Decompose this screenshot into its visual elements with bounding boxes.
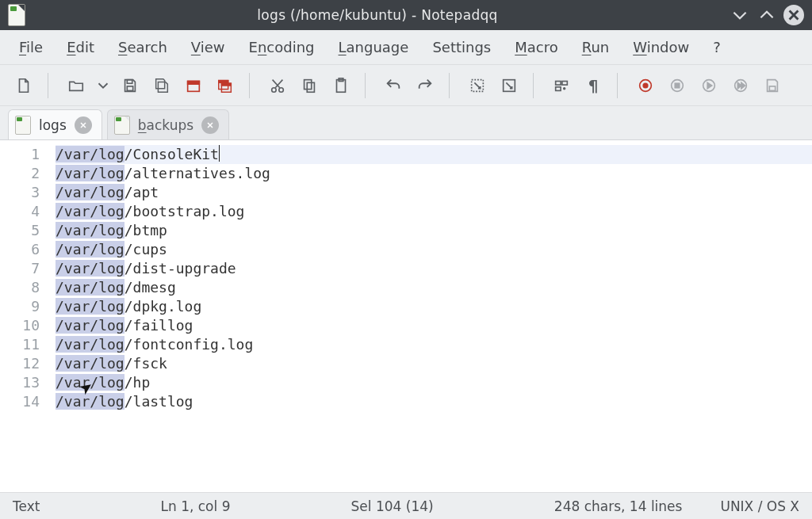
undo-button[interactable] — [377, 70, 409, 101]
menu-edit[interactable]: Edit — [67, 39, 94, 55]
open-recent-button[interactable] — [92, 70, 114, 101]
toolbar: ¶ — [0, 65, 812, 106]
close-window-button[interactable] — [783, 5, 804, 25]
show-symbols-button[interactable]: ¶ — [577, 70, 609, 101]
code-line[interactable]: /var/log/fontconfig.log — [56, 335, 812, 354]
separator — [533, 73, 541, 98]
window-title: logs (/home/kubuntu) - Notepadqq — [32, 7, 723, 23]
new-file-button[interactable] — [8, 70, 40, 101]
menu-language[interactable]: Language — [339, 39, 409, 55]
svg-rect-22 — [556, 86, 561, 90]
line-number: 14 — [0, 392, 40, 411]
menu-view[interactable]: View — [191, 39, 225, 55]
tab-logs[interactable]: logs — [8, 109, 102, 139]
tab-close-button[interactable] — [201, 116, 219, 134]
text-caret — [219, 145, 220, 162]
menu-file[interactable]: File — [19, 39, 43, 55]
code-area[interactable]: /var/log/ConsoleKit/var/log/alternatives… — [51, 140, 812, 492]
maximize-button[interactable] — [756, 5, 777, 25]
menu-help[interactable]: ? — [713, 39, 721, 55]
save-macro-button[interactable] — [756, 70, 788, 101]
pilcrow-icon: ¶ — [588, 76, 599, 95]
svg-marker-29 — [707, 82, 712, 88]
code-line[interactable]: /var/log/btmp — [56, 221, 812, 240]
separator — [449, 73, 457, 98]
code-line[interactable]: /var/log/dist-upgrade — [56, 259, 812, 278]
line-number: 13 — [0, 373, 40, 392]
redo-button[interactable] — [409, 70, 441, 101]
window: logs (/home/kubuntu) - Notepadqq File Ed… — [0, 0, 812, 519]
stop-macro-button[interactable] — [661, 70, 693, 101]
close-all-button[interactable] — [209, 70, 241, 101]
svg-point-10 — [272, 87, 277, 92]
code-line[interactable]: /var/log/fsck — [56, 354, 812, 373]
svg-rect-14 — [304, 79, 312, 89]
separator — [617, 73, 625, 98]
close-tab-button[interactable] — [178, 70, 209, 101]
save-button[interactable] — [114, 70, 146, 101]
svg-rect-3 — [127, 86, 132, 90]
tab-close-button[interactable] — [75, 116, 92, 134]
separator — [48, 73, 56, 98]
code-line[interactable]: /var/log/ConsoleKit — [56, 145, 812, 164]
save-all-button[interactable] — [146, 70, 178, 101]
menu-macro[interactable]: Macro — [515, 39, 557, 55]
menu-search[interactable]: Search — [118, 39, 167, 55]
line-number: 10 — [0, 316, 40, 335]
line-number: 2 — [0, 164, 40, 183]
menu-run[interactable]: Run — [582, 39, 610, 55]
menu-window[interactable]: Window — [633, 39, 689, 55]
record-macro-button[interactable] — [630, 70, 661, 101]
open-file-button[interactable] — [60, 70, 92, 101]
code-line[interactable]: /var/log/lastlog — [56, 392, 812, 411]
code-line[interactable]: /var/log/cups — [56, 240, 812, 259]
code-line[interactable]: /var/log/hp — [56, 373, 812, 392]
line-number: 4 — [0, 202, 40, 221]
titlebar: logs (/home/kubuntu) - Notepadqq — [0, 0, 812, 30]
statusbar: Text Ln 1, col 9 Sel 104 (14) 248 chars,… — [0, 492, 812, 519]
tabbar: logs backups — [0, 106, 812, 139]
word-wrap-button[interactable] — [462, 70, 493, 101]
svg-point-25 — [643, 83, 648, 88]
svg-rect-20 — [556, 81, 561, 85]
tab-label: logs — [39, 117, 67, 133]
code-line[interactable]: /var/log/dpkg.log — [56, 297, 812, 316]
minimize-button[interactable] — [730, 5, 750, 25]
svg-rect-27 — [675, 83, 680, 88]
paste-button[interactable] — [325, 70, 357, 101]
status-stats: 248 chars, 14 lines — [550, 498, 688, 514]
menu-settings[interactable]: Settings — [432, 39, 491, 55]
svg-rect-5 — [188, 81, 200, 84]
separator — [249, 73, 257, 98]
line-number: 8 — [0, 278, 40, 297]
editor[interactable]: 1234567891011121314 /var/log/ConsoleKit/… — [0, 139, 812, 492]
line-number: 12 — [0, 354, 40, 373]
tab-backups[interactable]: backups — [107, 109, 229, 139]
svg-rect-7 — [219, 80, 228, 82]
tab-label: backups — [138, 117, 193, 133]
svg-marker-32 — [741, 82, 745, 88]
code-line[interactable]: /var/log/apt — [56, 183, 812, 202]
play-macro-multi-button[interactable] — [725, 70, 756, 101]
code-line[interactable]: /var/log/dmesg — [56, 278, 812, 297]
status-language[interactable]: Text — [8, 498, 44, 514]
status-selection: Sel 104 (14) — [347, 498, 439, 514]
preferences-button[interactable] — [546, 70, 577, 101]
code-line[interactable]: /var/log/bootstrap.log — [56, 202, 812, 221]
cut-button[interactable] — [262, 70, 293, 101]
code-line[interactable]: /var/log/faillog — [56, 316, 812, 335]
status-eol[interactable]: UNIX / OS X — [715, 498, 804, 514]
svg-rect-33 — [769, 86, 775, 90]
svg-point-11 — [279, 87, 284, 92]
fullscreen-button[interactable] — [493, 70, 525, 101]
code-line[interactable]: /var/log/alternatives.log — [56, 164, 812, 183]
separator — [365, 73, 373, 98]
copy-button[interactable] — [293, 70, 325, 101]
line-number: 7 — [0, 259, 40, 278]
line-number: 5 — [0, 221, 40, 240]
app-icon — [8, 4, 25, 26]
svg-rect-2 — [127, 79, 132, 83]
play-macro-button[interactable] — [693, 70, 725, 101]
menu-encoding[interactable]: Encoding — [249, 39, 315, 55]
line-number: 11 — [0, 335, 40, 354]
